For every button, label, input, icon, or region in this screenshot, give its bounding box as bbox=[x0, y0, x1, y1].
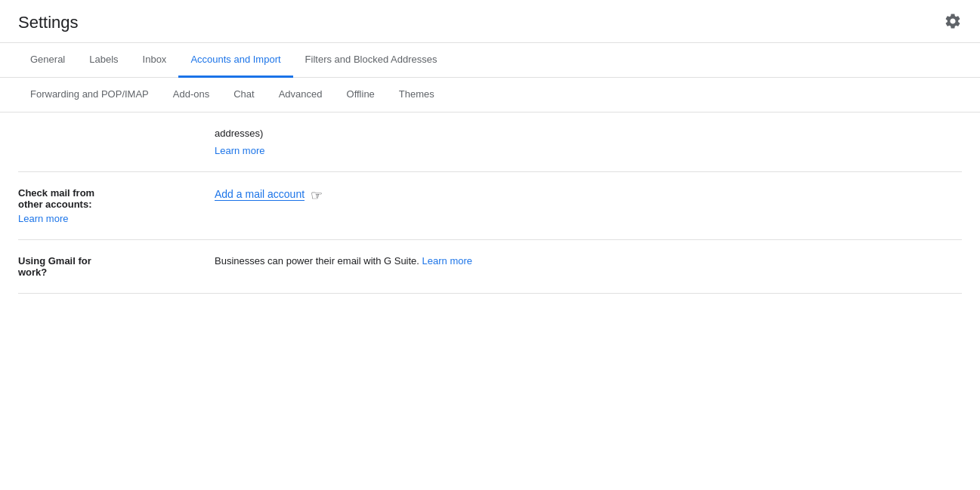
tab-accounts-and-import[interactable]: Accounts and Import bbox=[178, 43, 292, 78]
tab-general[interactable]: General bbox=[18, 43, 77, 78]
learn-more-link-1[interactable]: Learn more bbox=[215, 145, 264, 156]
tab-forwarding[interactable]: Forwarding and POP/IMAP bbox=[18, 78, 161, 112]
section-addresses: addresses) Learn more bbox=[18, 112, 962, 172]
tab-chat[interactable]: Chat bbox=[221, 78, 266, 112]
section-check-mail-label: Check mail from other accounts: Learn mo… bbox=[18, 187, 215, 224]
learn-more-link-3[interactable]: Learn more bbox=[422, 255, 472, 267]
page-title: Settings bbox=[18, 13, 79, 32]
section-gmail-work: Using Gmail for work? Businesses can pow… bbox=[18, 240, 962, 294]
tab-labels[interactable]: Labels bbox=[77, 43, 130, 78]
section-gmail-work-content: Businesses can power their email with G … bbox=[215, 255, 962, 267]
tabs-row-1: General Labels Inbox Accounts and Import… bbox=[0, 43, 980, 78]
check-mail-label-line2: other accounts: bbox=[18, 199, 92, 210]
tab-inbox[interactable]: Inbox bbox=[131, 43, 179, 78]
section-check-mail-content: Add a mail account ☞ bbox=[215, 187, 962, 204]
section-addresses-content: addresses) Learn more bbox=[215, 128, 962, 156]
tab-advanced[interactable]: Advanced bbox=[267, 78, 335, 112]
tab-filters-and-blocked[interactable]: Filters and Blocked Addresses bbox=[293, 43, 450, 78]
tabs-row-2: Forwarding and POP/IMAP Add-ons Chat Adv… bbox=[0, 78, 980, 112]
header: Settings bbox=[0, 0, 980, 43]
gmail-work-label-line2: work? bbox=[18, 267, 47, 278]
cursor-hand-icon: ☞ bbox=[311, 187, 323, 204]
learn-more-link-2[interactable]: Learn more bbox=[18, 213, 196, 224]
gmail-work-text: Businesses can power their email with G … bbox=[215, 255, 419, 267]
add-mail-account-link[interactable]: Add a mail account bbox=[215, 188, 305, 201]
tab-addons[interactable]: Add-ons bbox=[161, 78, 221, 112]
section-check-mail: Check mail from other accounts: Learn mo… bbox=[18, 172, 962, 240]
content-area: addresses) Learn more Check mail from ot… bbox=[0, 112, 980, 294]
section-gmail-work-label: Using Gmail for work? bbox=[18, 255, 215, 278]
gear-icon[interactable] bbox=[944, 12, 962, 33]
addresses-trailing-text: addresses) bbox=[215, 128, 962, 139]
check-mail-label-line1: Check mail from bbox=[18, 187, 94, 199]
tab-themes[interactable]: Themes bbox=[387, 78, 447, 112]
tab-offline[interactable]: Offline bbox=[335, 78, 387, 112]
check-mail-label-text: Check mail from other accounts: bbox=[18, 187, 196, 210]
gmail-work-label-line1: Using Gmail for bbox=[18, 255, 91, 267]
